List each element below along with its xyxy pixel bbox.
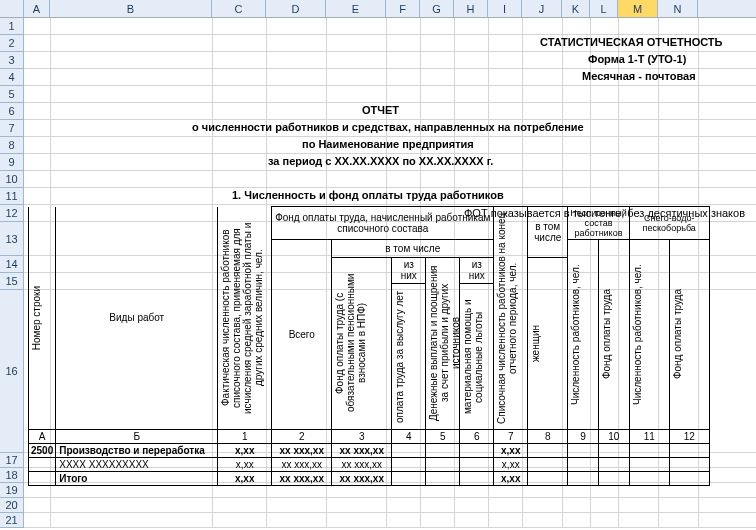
hdr-fot-npf: Фонд оплаты труда (с обязательными пенси… xyxy=(334,263,386,423)
row-header-19[interactable]: 19 xyxy=(0,483,24,498)
hdr-vsego: Всего xyxy=(289,329,315,340)
column-header-B[interactable]: B xyxy=(50,0,212,17)
hdr-nespis: Несписочный состав работников xyxy=(568,207,629,240)
data-table: Номер строки Виды работ Фактическая числ… xyxy=(28,206,710,486)
row-header-8[interactable]: 8 xyxy=(0,137,24,154)
hdr-chisl2: Численность работников, чел. xyxy=(632,247,664,423)
table-row[interactable]: Итого x,xx xx xxx,xx xx xxx,xx x,xx xyxy=(29,472,710,486)
spreadsheet: ABCDEFGHIJKLMN 1234567891011121314151617… xyxy=(0,0,756,528)
column-header-H[interactable]: H xyxy=(454,0,488,17)
row-cells-21[interactable] xyxy=(24,513,756,528)
column-header-M[interactable]: M xyxy=(618,0,658,17)
row-cells-10[interactable] xyxy=(24,171,756,188)
row-header-11[interactable]: 11 xyxy=(0,188,24,205)
hdr-fot1: Фонд оплаты труда xyxy=(601,287,612,381)
column-header-E[interactable]: E xyxy=(326,0,386,17)
row-header-1[interactable]: 1 xyxy=(0,18,24,35)
column-header-K[interactable]: K xyxy=(562,0,590,17)
hdr-iznih1: из них xyxy=(392,257,426,284)
report-line3: за период с XX.XX.XXXX по XX.XX.XXXX г. xyxy=(268,155,493,167)
row-header-5[interactable]: 5 xyxy=(0,86,24,103)
hdr-spis-count: Списочная численность работников на коне… xyxy=(496,208,522,428)
report-title: ОТЧЕТ xyxy=(362,104,399,116)
row-header-13[interactable]: 13 xyxy=(0,222,24,256)
row-header-20[interactable]: 20 xyxy=(0,498,24,513)
table-row[interactable]: XXXX XXXXXXXXX x,xx xx xxx,xx xx xxx,xx … xyxy=(29,458,710,472)
form-label: Форма 1-Т (УТО-1) xyxy=(588,53,686,65)
hdr-denezh: Денежные выплаты и поощрения за счет при… xyxy=(428,263,454,423)
hdr-vysluga: оплата труда за выслугу лет xyxy=(394,286,420,428)
row-cells-5[interactable] xyxy=(24,86,756,103)
hdr-vtomchisle2: в том числе xyxy=(528,207,568,258)
report-line1: о численности работников и средствах, на… xyxy=(192,121,584,133)
row-header-4[interactable]: 4 xyxy=(0,69,24,86)
hdr-matpom: материальная помощь и социальные льготы xyxy=(462,286,488,428)
column-header-D[interactable]: D xyxy=(266,0,326,17)
column-number-row: А Б 1 2 3 4 5 6 7 8 9 10 11 12 xyxy=(29,430,710,444)
row-header-3[interactable]: 3 xyxy=(0,52,24,69)
column-header-J[interactable]: J xyxy=(522,0,562,17)
row-cells-20[interactable] xyxy=(24,498,756,513)
row-header-9[interactable]: 9 xyxy=(0,154,24,171)
hdr-fact-count: Фактическая численность работников списо… xyxy=(220,208,266,428)
row-header-21[interactable]: 21 xyxy=(0,513,24,528)
period-type-label: Месячная - почтовая xyxy=(582,70,696,82)
hdr-work-types: Виды работ xyxy=(109,312,164,323)
report-line2: по Наименование предприятия xyxy=(302,138,474,150)
column-header-F[interactable]: F xyxy=(386,0,420,17)
hdr-row-no: Номер строки xyxy=(31,284,42,352)
row-header-10[interactable]: 10 xyxy=(0,171,24,188)
row-header-6[interactable]: 6 xyxy=(0,103,24,120)
hdr-snego: Снего-водо-пескоборьба xyxy=(629,207,709,240)
row-header-16[interactable]: 16 xyxy=(0,290,24,453)
hdr-women: женщин xyxy=(530,323,541,364)
hdr-fot-group: Фонд оплаты труда, начисленный работника… xyxy=(272,207,494,240)
row-header-14[interactable]: 14 xyxy=(0,256,24,273)
column-header-N[interactable]: N xyxy=(658,0,698,17)
column-header-A[interactable]: A xyxy=(24,0,50,17)
hdr-chisl1: Численность работников, чел. xyxy=(570,247,590,423)
column-header-L[interactable]: L xyxy=(590,0,618,17)
section-title: 1. Численность и фонд оплаты труда работ… xyxy=(232,189,504,201)
column-header-I[interactable]: I xyxy=(488,0,522,17)
row-header-15[interactable]: 15 xyxy=(0,273,24,290)
column-header-C[interactable]: C xyxy=(212,0,266,17)
row-cells-1[interactable] xyxy=(24,18,756,35)
row-header-2[interactable]: 2 xyxy=(0,35,24,52)
table-row[interactable]: 2500 Производство и переработка x,xx xx … xyxy=(29,444,710,458)
column-header-G[interactable]: G xyxy=(420,0,454,17)
hdr-vtomchisle: в том числе xyxy=(332,240,494,258)
select-all-cell[interactable] xyxy=(0,0,24,17)
hdr-fot2: Фонд оплаты труда xyxy=(672,287,683,381)
row-header-17[interactable]: 17 xyxy=(0,453,24,468)
row-header-7[interactable]: 7 xyxy=(0,120,24,137)
row-header-12[interactable]: 12 xyxy=(0,205,24,222)
row-header-18[interactable]: 18 xyxy=(0,468,24,483)
stat-report-label: СТАТИСТИЧЕСКАЯ ОТЧЕТНОСТЬ xyxy=(540,36,723,48)
column-header-row: ABCDEFGHIJKLMN xyxy=(0,0,756,18)
hdr-iznih2: из них xyxy=(460,257,494,284)
